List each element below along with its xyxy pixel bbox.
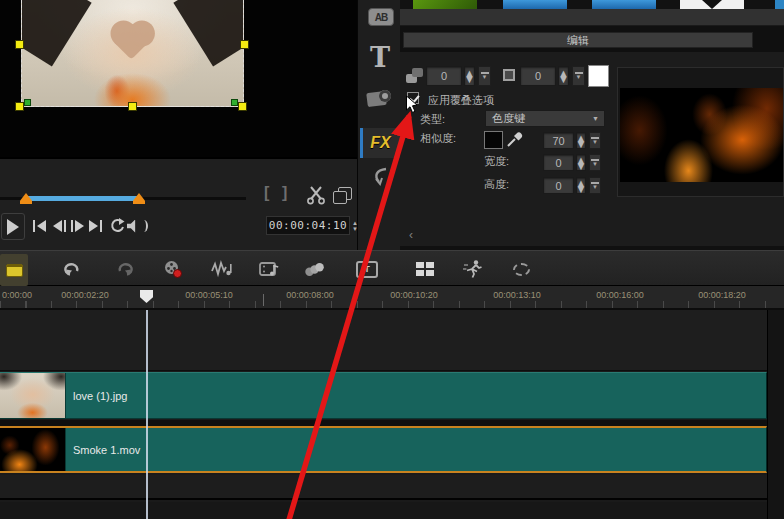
width-label: 宽度: bbox=[484, 154, 509, 169]
undo-button[interactable] bbox=[61, 259, 83, 279]
video-editor-window: [ ] 00:00:04:10 AB T FX bbox=[0, 0, 784, 519]
grid-icon bbox=[416, 262, 434, 276]
transparency-input[interactable]: 0 bbox=[426, 66, 462, 86]
trim-start-handle[interactable] bbox=[20, 193, 32, 204]
key-color-swatch[interactable] bbox=[484, 131, 503, 149]
ruler-ticks bbox=[0, 301, 784, 308]
storyboard-icon bbox=[6, 264, 23, 277]
resize-handle-green-right[interactable] bbox=[231, 99, 238, 106]
mark-in-icon[interactable]: [ bbox=[264, 184, 269, 202]
width-spinner[interactable] bbox=[576, 154, 586, 171]
panel-tab-bar: 编辑 bbox=[400, 26, 784, 52]
library-thumbnail[interactable] bbox=[592, 0, 656, 9]
ruler-label: 00:00:02:20 bbox=[61, 290, 109, 300]
panel-collapse-chevron[interactable]: ‹ bbox=[409, 228, 413, 242]
auto-music-button[interactable] bbox=[259, 259, 281, 279]
library-thumbnail[interactable] bbox=[413, 0, 477, 9]
timeline-ruler[interactable]: 0:00:00 00:00:02:20 00:00:05:10 00:00:08… bbox=[0, 286, 784, 310]
storyboard-view-button[interactable] bbox=[0, 254, 28, 286]
similarity-input[interactable]: 70 bbox=[543, 132, 574, 149]
nav-transitions[interactable]: AB bbox=[368, 8, 394, 26]
transparency-spinner[interactable] bbox=[464, 66, 475, 86]
resize-handle-bottom-center[interactable] bbox=[128, 102, 137, 111]
timeline-tracks: love (1).jpg Smoke 1.mov bbox=[0, 310, 784, 519]
width-input[interactable]: 0 bbox=[543, 154, 574, 171]
undo-icon bbox=[62, 259, 82, 279]
split-clip-icon[interactable] bbox=[306, 185, 326, 205]
go-to-start-button[interactable] bbox=[33, 219, 46, 233]
photo-heart-hands bbox=[114, 24, 149, 59]
attribute-panel: 编辑 0 0 应用覆叠选项 类型: 色度键 相似度: 70 宽度: 0 高度: … bbox=[400, 0, 784, 250]
timecode-display[interactable]: 00:00:04:10 bbox=[266, 216, 350, 235]
motion-tracking-button[interactable] bbox=[462, 259, 484, 279]
playhead-line[interactable] bbox=[146, 310, 148, 519]
photo-shadow-right bbox=[173, 0, 244, 66]
enlarge-preview-icon[interactable] bbox=[333, 187, 352, 204]
sound-mixer-button[interactable] bbox=[211, 259, 233, 279]
library-nav-strip: AB T FX bbox=[357, 0, 400, 250]
resize-handle-mid-left[interactable] bbox=[15, 40, 24, 49]
ruler-tick bbox=[263, 294, 264, 306]
library-thumbnail[interactable] bbox=[680, 0, 744, 9]
resize-handle-bottom-left[interactable] bbox=[15, 102, 24, 111]
transparency-icon bbox=[406, 68, 423, 83]
library-thumbnail[interactable] bbox=[503, 0, 567, 9]
ruler-label: 00:00:05:10 bbox=[185, 290, 233, 300]
redo-button[interactable] bbox=[114, 259, 136, 279]
go-to-end-button[interactable] bbox=[89, 219, 102, 233]
ruler-label: 0:00:00 bbox=[2, 290, 32, 300]
resize-handle-mid-right[interactable] bbox=[240, 40, 249, 49]
empty-track-row[interactable] bbox=[0, 502, 767, 519]
overlay-clip-preview[interactable] bbox=[21, 0, 244, 107]
batch-convert-button[interactable] bbox=[304, 259, 326, 279]
nav-graphics-icon[interactable] bbox=[367, 90, 391, 108]
border-width-spinner[interactable] bbox=[558, 66, 569, 86]
nav-titles[interactable]: T bbox=[370, 42, 390, 73]
trim-end-handle[interactable] bbox=[133, 193, 145, 204]
border-width-slider-popup[interactable] bbox=[572, 66, 585, 86]
apply-overlay-options-checkbox[interactable] bbox=[407, 92, 419, 104]
play-icon bbox=[7, 219, 19, 235]
previous-frame-button[interactable] bbox=[53, 219, 66, 233]
overlay-track-clip-selected[interactable]: Smoke 1.mov bbox=[0, 426, 767, 473]
ruler-label: 00:00:08:00 bbox=[286, 290, 334, 300]
multi-view-grid-button[interactable] bbox=[414, 259, 436, 279]
empty-track-row[interactable] bbox=[0, 310, 767, 371]
scrubber-selected-range[interactable] bbox=[25, 196, 139, 201]
library-thumbnail[interactable] bbox=[775, 0, 784, 9]
resize-handle-green-left[interactable] bbox=[24, 99, 31, 106]
lasso-select-button[interactable] bbox=[510, 259, 532, 279]
similarity-slider-popup[interactable] bbox=[589, 132, 601, 149]
border-width-input[interactable]: 0 bbox=[520, 66, 556, 86]
height-slider-popup[interactable] bbox=[589, 177, 601, 194]
video-track-clip[interactable]: love (1).jpg bbox=[0, 372, 767, 419]
repeat-icon[interactable] bbox=[108, 217, 126, 235]
height-input[interactable]: 0 bbox=[543, 177, 574, 194]
apply-overlay-options-label: 应用覆叠选项 bbox=[428, 93, 494, 108]
nav-filters[interactable]: FX bbox=[360, 128, 401, 158]
record-capture-button[interactable] bbox=[162, 259, 184, 279]
play-button[interactable] bbox=[1, 213, 25, 240]
redo-icon bbox=[115, 259, 135, 279]
eyedropper-icon[interactable] bbox=[505, 129, 523, 148]
height-spinner[interactable] bbox=[576, 177, 586, 194]
tab-edit[interactable]: 编辑 bbox=[403, 32, 753, 48]
border-color-swatch[interactable] bbox=[588, 65, 609, 87]
subtitle-editor-button[interactable]: T bbox=[356, 259, 378, 279]
nav-path-icon[interactable] bbox=[368, 166, 392, 188]
resize-handle-bottom-right[interactable] bbox=[238, 102, 247, 111]
speaker-wave bbox=[140, 220, 148, 232]
type-dropdown[interactable]: 色度键 bbox=[485, 110, 605, 127]
overlapping-circles-icon bbox=[304, 259, 326, 279]
auto-music-icon bbox=[259, 259, 281, 279]
mark-out-icon[interactable]: ] bbox=[282, 184, 287, 202]
chroma-key-preview-frame bbox=[617, 67, 784, 197]
empty-track-row[interactable] bbox=[0, 475, 767, 500]
width-slider-popup[interactable] bbox=[589, 154, 601, 171]
transparency-slider-popup[interactable] bbox=[478, 66, 491, 86]
next-frame-button[interactable] bbox=[71, 219, 84, 233]
chroma-key-preview-image bbox=[620, 88, 783, 182]
similarity-spinner[interactable] bbox=[576, 132, 586, 149]
type-label: 类型: bbox=[420, 112, 445, 127]
volume-icon[interactable] bbox=[127, 219, 148, 233]
